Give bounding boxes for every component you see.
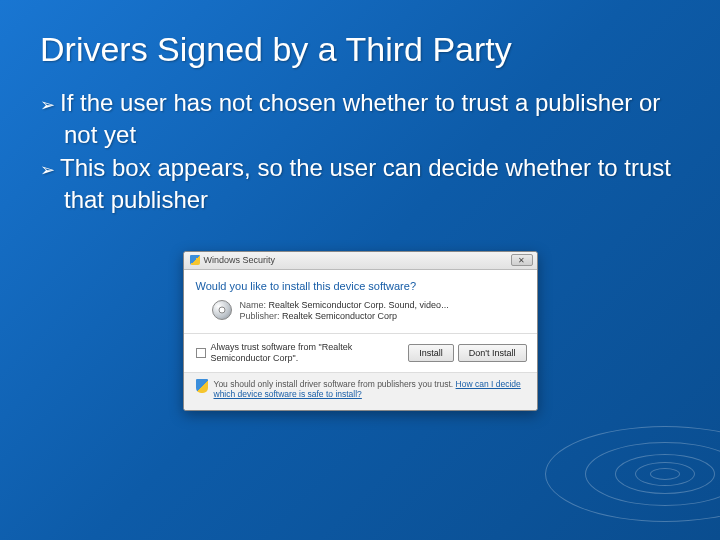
dialog-titlebar: Windows Security ✕ <box>184 252 537 270</box>
install-button[interactable]: Install <box>408 344 454 362</box>
bullet-list: If the user has not chosen whether to tr… <box>0 87 720 217</box>
shield-icon <box>190 255 200 265</box>
slide-title: Drivers Signed by a Third Party <box>0 0 720 87</box>
bullet-item: If the user has not chosen whether to tr… <box>40 87 680 152</box>
bullet-item: This box appears, so the user can decide… <box>40 152 680 217</box>
disc-icon <box>212 300 232 320</box>
driver-info: Name: Realtek Semiconductor Corp. Sound,… <box>240 300 449 323</box>
dont-install-button[interactable]: Don't Install <box>458 344 527 362</box>
always-trust-label: Always trust software from "Realtek Semi… <box>211 342 371 364</box>
dialog-prompt: Would you like to install this device so… <box>184 270 537 298</box>
windows-security-dialog: Windows Security ✕ Would you like to ins… <box>183 251 538 411</box>
footer-advice: You should only install driver software … <box>214 379 527 400</box>
always-trust-checkbox[interactable] <box>196 348 206 358</box>
close-button[interactable]: ✕ <box>511 254 533 266</box>
dialog-title: Windows Security <box>204 255 276 265</box>
shield-icon <box>196 379 208 393</box>
